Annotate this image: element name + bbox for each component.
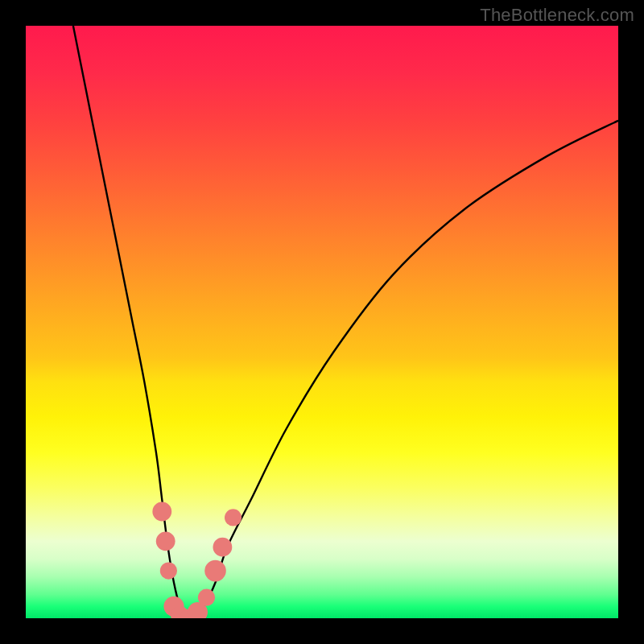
- marker-layer: [152, 502, 242, 618]
- data-marker: [198, 589, 215, 606]
- curve-layer: [73, 26, 618, 618]
- data-marker: [225, 509, 242, 526]
- data-marker: [152, 502, 171, 522]
- data-marker: [204, 560, 226, 582]
- watermark-text: TheBottleneck.com: [480, 5, 634, 26]
- chart-svg: [26, 26, 618, 618]
- outer-frame: TheBottleneck.com: [0, 0, 644, 644]
- bottleneck-curve: [73, 26, 618, 618]
- data-marker: [213, 538, 233, 557]
- plot-area: [26, 26, 618, 618]
- data-marker: [160, 563, 177, 580]
- data-marker: [156, 531, 175, 551]
